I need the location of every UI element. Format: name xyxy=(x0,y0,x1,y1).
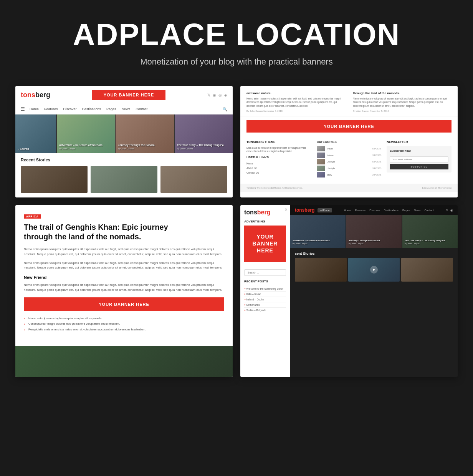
p2-banner-mid[interactable]: YOUR BANNER HERE xyxy=(246,120,452,133)
p2-articles: awesome nature. Nemo enim ipsam voluptas… xyxy=(240,86,458,116)
p4-search-input[interactable] xyxy=(244,269,286,276)
p4-social-icon: ◉ xyxy=(450,209,453,212)
list-item-2: Consequuntur magni dolores eos qui ratio… xyxy=(24,321,224,327)
p1-logo: tonsberg xyxy=(21,91,50,99)
nav-contact[interactable]: Contact xyxy=(136,107,147,111)
recent-image-1 xyxy=(21,166,88,193)
p4-nav-home[interactable]: Home xyxy=(344,209,351,212)
panel-3: AFRICA The trail of Genghis Khan: Epic j… xyxy=(15,205,233,377)
panel-4: ✕ tonsberg Advertising YOUR BANNER HERE … xyxy=(240,205,458,377)
p2-bottom-right: Elite Author on ThemeForest xyxy=(422,187,452,189)
post-item-4[interactable]: Netherlands xyxy=(244,302,286,308)
page-subtitle: Monetization of your blog with the pract… xyxy=(8,57,465,67)
post-item-5[interactable]: Serbia – Belgrade xyxy=(244,308,286,313)
link-contact[interactable]: Contact Us xyxy=(246,171,311,175)
post-item-1[interactable]: Welcome to the Gutenberg Editor xyxy=(244,286,286,292)
p2-newsletter-title: Newsletter xyxy=(387,140,452,144)
newsletter-subscribe-button[interactable]: SUBSCRIBE xyxy=(390,164,448,169)
p4-hero-by-2: by John Casper xyxy=(349,242,364,245)
p4-ad-label: Advertising xyxy=(240,218,290,226)
cat-item-4: Lifestyle 3 POSTS xyxy=(317,166,382,171)
p4-top-social: 𝕏 ◉ xyxy=(446,209,453,212)
p4-logo-part2: berg xyxy=(257,209,271,216)
hero-item-3: Journey Through the Sahara by John Caspe… xyxy=(116,114,174,153)
cat-item-5: Story 2 POSTS xyxy=(317,172,382,177)
post-item-2[interactable]: Italia – Rome xyxy=(244,292,286,297)
p1-logo-part1: tons xyxy=(21,91,35,99)
facebook-icon: ◉ xyxy=(213,93,216,97)
cat-item-1: Travel 5 POSTS xyxy=(317,146,382,151)
p4-top-logo: tonsberg xyxy=(295,207,314,213)
cat-label-1: Travel xyxy=(327,148,371,150)
p2-footer-col-newsletter: Newsletter Subscribe now! SUBSCRIBE xyxy=(387,140,452,177)
hero-caption-2: Adventure – In Search of Warriors by Joh… xyxy=(59,143,112,151)
cat-count-4: 3 POSTS xyxy=(372,167,381,169)
p3-banner-bottom[interactable]: YOUR BANNER HERE xyxy=(24,297,224,311)
p1-hero: – Sacred Adventure – In Search of Warrio… xyxy=(15,114,233,153)
p4-nav-discover[interactable]: Discover xyxy=(369,209,380,212)
p4-nav-destinations[interactable]: Destinations xyxy=(384,209,399,212)
p3-body-2: Nemo enim ipsam voluptas quit voluptas s… xyxy=(24,261,224,271)
cat-item-2: Nature 3 POSTS xyxy=(317,153,382,158)
nav-pages[interactable]: Pages xyxy=(106,107,116,111)
p4-nav-contact[interactable]: Contact xyxy=(424,209,433,212)
p4-nav-features[interactable]: Features xyxy=(355,209,366,212)
cat-count-2: 3 POSTS xyxy=(372,154,381,156)
p1-nav-links: Home Features Discover Destinations Page… xyxy=(30,107,223,111)
cat-item-3: Lifestyle 5 POSTS xyxy=(317,159,382,164)
p2-article-2: through the land of the nomads. Nemo eni… xyxy=(353,91,452,112)
p4-close-icon[interactable]: ✕ xyxy=(284,207,288,212)
p2-col-title-3: Categories xyxy=(317,140,382,144)
panel-1: tonsberg YOUR BANNER HERE 𝕏 ◉ ◎ ◈ ☰ Home… xyxy=(15,86,233,197)
p1-recent: Recent Stories xyxy=(15,153,233,197)
panel-2: awesome nature. Nemo enim ipsam voluptas… xyxy=(240,86,458,197)
p4-sidebar-logo: tonsberg xyxy=(240,205,290,218)
p2-article-1: awesome nature. Nemo enim ipsam voluptas… xyxy=(246,91,345,112)
p4-top-bar: tonsberg adPlace Home Features Discover … xyxy=(290,205,458,215)
search-icon[interactable]: 🔍 xyxy=(223,107,227,111)
p2-art-meta-1: By John Casper November 5, 2018 xyxy=(246,110,345,112)
rss-icon: ◈ xyxy=(224,93,227,97)
link-home[interactable]: Home xyxy=(246,161,311,166)
p2-col-title-1: Tonsberg Theme xyxy=(246,140,311,144)
post-item-3[interactable]: Ireland – Dublin xyxy=(244,297,286,302)
hero-caption-1: – Sacred xyxy=(18,147,54,151)
p4-hero-cap-3: The True Story – The Chang Tang-Pa by Jo… xyxy=(405,239,455,245)
p4-post-list: Welcome to the Gutenberg Editor Italia –… xyxy=(240,285,290,315)
link-about[interactable]: About me xyxy=(246,166,311,171)
p2-bottom-bar: Tonsberg Theme by ModelTheme. All Rights… xyxy=(240,184,458,192)
p1-nav: ☰ Home Features Discover Destinations Pa… xyxy=(15,104,233,114)
p2-nl-title: Subscribe now! xyxy=(390,149,448,153)
p4-sidebar-banner[interactable]: YOUR BANNER HERE xyxy=(244,226,286,262)
hamburger-icon[interactable]: ☰ xyxy=(21,106,25,112)
hero-caption-3: Journey Through the Sahara by John Caspe… xyxy=(118,143,171,151)
p2-cat-items: Travel 5 POSTS Nature 3 POSTS Lifestyle … xyxy=(317,146,382,177)
p4-hero-strip: Adventure – In Search of Warriors by Joh… xyxy=(290,215,458,248)
p4-top-nav: Home Features Discover Destinations Page… xyxy=(344,209,434,212)
nav-home[interactable]: Home xyxy=(30,107,39,111)
p2-art-title-2: through the land of the nomads. xyxy=(353,91,452,95)
nav-news[interactable]: News xyxy=(122,107,131,111)
p4-nav-pages[interactable]: Pages xyxy=(402,209,410,212)
cat-label-2: Nature xyxy=(327,154,371,156)
p2-bottom-left: Tonsberg Theme by ModelTheme. All Rights… xyxy=(246,187,303,189)
nav-features[interactable]: Features xyxy=(44,107,58,111)
p2-footer-links: Home About me Contact Us xyxy=(246,161,311,175)
p4-recent-posts-title: Recent Posts xyxy=(240,278,290,285)
nav-destinations[interactable]: Destinations xyxy=(82,107,101,111)
p3-image-bottom xyxy=(15,346,233,377)
newsletter-email-input[interactable] xyxy=(390,156,448,163)
p2-footer-grid: Tonsberg Theme Duis aute irure dolor in … xyxy=(240,136,458,184)
p4-nav-news[interactable]: News xyxy=(414,209,421,212)
p4-story-img-2 xyxy=(348,258,400,282)
cat-label-3: Lifestyle xyxy=(327,161,371,163)
p1-banner-top[interactable]: YOUR BANNER HERE xyxy=(92,90,166,100)
p3-body-1: Nemo enim ipsam voluptas quit voluptas s… xyxy=(24,247,224,257)
hero-item-4: The True Story – The Chang Tang-Pa by Jo… xyxy=(175,114,233,153)
cat-count-5: 2 POSTS xyxy=(372,174,381,176)
p2-newsletter-box: Subscribe now! SUBSCRIBE xyxy=(387,146,452,172)
nav-discover[interactable]: Discover xyxy=(63,107,77,111)
screenshots-grid: tonsberg YOUR BANNER HERE 𝕏 ◉ ◎ ◈ ☰ Home… xyxy=(0,82,473,392)
twitter-icon: 𝕏 xyxy=(207,93,210,97)
p2-art-title-1: awesome nature. xyxy=(246,91,345,95)
